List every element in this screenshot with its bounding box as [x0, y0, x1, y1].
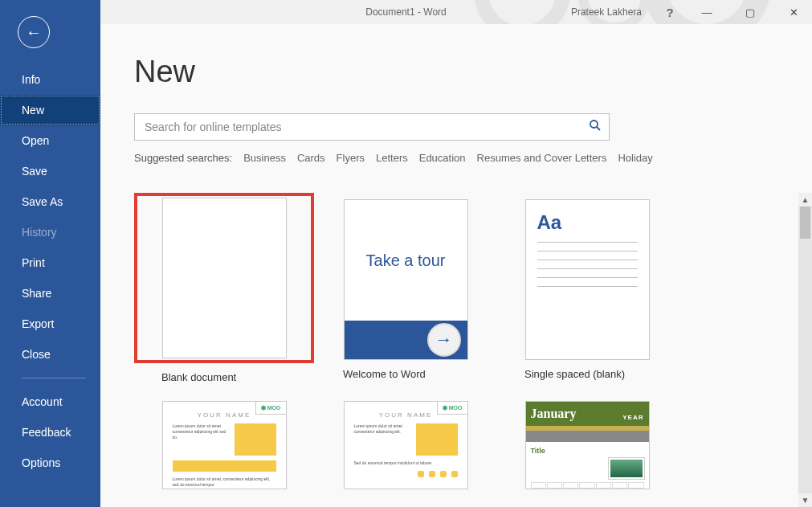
- sidebar-item-close[interactable]: Close: [0, 339, 100, 370]
- title-bar-right: Prateek Lakhera ? — ▢ ✕: [571, 0, 812, 24]
- sidebar-item-label: Options: [22, 456, 60, 469]
- scroll-up-button[interactable]: ▲: [798, 193, 812, 206]
- template-blank-document[interactable]: Blank document: [134, 193, 314, 383]
- sidebar-item-label: Open: [22, 134, 49, 147]
- sidebar-item-label: Close: [22, 348, 51, 361]
- title-bar: Document1 - Word Prateek Lakhera ? — ▢ ✕: [0, 0, 812, 24]
- suggested-searches: Suggested searches: Business Cards Flyer…: [134, 152, 812, 164]
- template-thumbnail: [162, 198, 287, 358]
- calendar-image-icon: [609, 458, 644, 479]
- sidebar-item-new[interactable]: New: [0, 95, 100, 125]
- sidebar-item-label: Info: [22, 73, 40, 86]
- moo-badge: ⬢MOO: [255, 402, 286, 415]
- backstage-sidebar: ← Info New Open Save Save As History Pri…: [0, 0, 100, 507]
- scroll-down-button[interactable]: ▼: [798, 493, 812, 507]
- suggested-link-cards[interactable]: Cards: [297, 152, 325, 164]
- template-moo-resume-2[interactable]: ⬢MOO YOUR NAME Lorem ipsum dolor sit ame…: [316, 401, 496, 489]
- template-single-spaced[interactable]: Aa Single spaced (blank): [497, 193, 677, 383]
- sidebar-item-save-as[interactable]: Save As: [0, 186, 100, 217]
- sidebar-item-open[interactable]: Open: [0, 125, 100, 156]
- sidebar-item-options[interactable]: Options: [0, 448, 100, 478]
- aa-text: Aa: [537, 211, 638, 234]
- user-name[interactable]: Prateek Lakhera: [571, 6, 642, 18]
- calendar-year: YEAR: [622, 414, 643, 421]
- sidebar-item-label: Feedback: [22, 426, 71, 439]
- calendar-title: Title: [531, 447, 644, 455]
- template-highlight: [134, 193, 314, 363]
- arrow-right-icon: →: [427, 323, 461, 357]
- scroll-track[interactable]: [798, 206, 812, 493]
- back-arrow-icon: ←: [26, 23, 42, 42]
- suggested-link-resumes[interactable]: Resumes and Cover Letters: [477, 152, 607, 164]
- suggested-link-business[interactable]: Business: [243, 152, 286, 164]
- scroll-thumb[interactable]: [800, 206, 810, 239]
- sidebar-item-info[interactable]: Info: [0, 64, 100, 95]
- suggested-link-education[interactable]: Education: [419, 152, 466, 164]
- suggested-label: Suggested searches:: [134, 152, 232, 164]
- restore-button[interactable]: ▢: [732, 0, 769, 24]
- sidebar-item-label: Share: [22, 287, 51, 300]
- main-panel: New Suggested searches: Business Cards F…: [100, 24, 812, 507]
- sidebar-item-label: Save: [22, 165, 47, 178]
- sidebar-item-label: Account: [22, 395, 63, 408]
- template-thumbnail: Aa: [525, 199, 650, 360]
- help-button[interactable]: ?: [658, 0, 682, 24]
- sidebar-item-label: New: [22, 104, 44, 117]
- template-welcome-to-word[interactable]: Take a tour → Welcome to Word: [316, 193, 496, 383]
- template-thumbnail: Take a tour →: [344, 199, 468, 360]
- sidebar-item-share[interactable]: Share: [0, 278, 100, 309]
- minimize-button[interactable]: —: [688, 0, 725, 24]
- template-thumbnail: January YEAR Title: [525, 401, 650, 489]
- calendar-month: January: [531, 407, 577, 421]
- template-moo-resume-1[interactable]: ⬢MOO YOUR NAME Lorem ipsum dolor sit ame…: [134, 401, 314, 489]
- template-thumbnail: ⬢MOO YOUR NAME Lorem ipsum dolor sit ame…: [162, 401, 287, 489]
- sidebar-item-print[interactable]: Print: [0, 247, 100, 278]
- close-button[interactable]: ✕: [775, 0, 812, 24]
- sidebar-item-history: History: [0, 217, 100, 247]
- sidebar-separator: [22, 378, 86, 378]
- template-thumbnail: ⬢MOO YOUR NAME Lorem ipsum dolor sit ame…: [344, 401, 468, 489]
- sidebar-item-feedback[interactable]: Feedback: [0, 417, 100, 448]
- moo-badge: ⬢MOO: [437, 402, 467, 415]
- template-calendar[interactable]: January YEAR Title: [497, 401, 677, 489]
- sidebar-item-save[interactable]: Save: [0, 156, 100, 186]
- back-button[interactable]: ←: [18, 16, 50, 48]
- suggested-link-letters[interactable]: Letters: [376, 152, 408, 164]
- suggested-link-flyers[interactable]: Flyers: [337, 152, 365, 164]
- template-label: Single spaced (blank): [497, 368, 677, 380]
- sidebar-item-account[interactable]: Account: [0, 386, 100, 417]
- suggested-link-holiday[interactable]: Holiday: [618, 152, 652, 164]
- template-grid-wrap: Blank document Take a tour → Welcome to …: [134, 193, 796, 507]
- search-wrap: [134, 113, 610, 141]
- sidebar-item-label: History: [22, 226, 57, 239]
- sidebar-item-label: Save As: [22, 195, 63, 208]
- take-a-tour-text: Take a tour: [345, 200, 467, 321]
- search-input[interactable]: [134, 113, 610, 141]
- template-label: Welcome to Word: [316, 368, 496, 380]
- sidebar-item-label: Export: [22, 317, 54, 330]
- window-title: Document1 - Word: [365, 6, 446, 18]
- page-title: New: [134, 55, 812, 89]
- template-label: Blank document: [134, 371, 314, 383]
- sidebar-item-export[interactable]: Export: [0, 309, 100, 339]
- sidebar-item-label: Print: [22, 256, 45, 269]
- template-grid: Blank document Take a tour → Welcome to …: [134, 193, 796, 489]
